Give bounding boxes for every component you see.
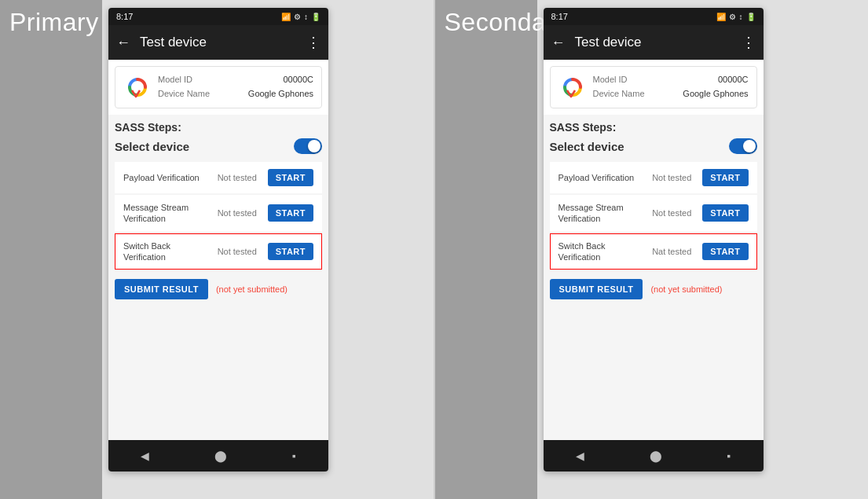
primary-step-payload-name: Payload Verification — [123, 172, 213, 183]
secondary-step-message-status: Not tested — [652, 208, 698, 218]
primary-step-payload-start[interactable]: START — [268, 169, 313, 186]
secondary-back-button[interactable]: ← — [551, 35, 566, 51]
secondary-devname-label: Device Name — [593, 87, 645, 101]
secondary-time: 8:17 — [551, 12, 568, 21]
primary-device-card: Model ID 00000C Device Name Google Gphon… — [115, 66, 322, 108]
secondary-content: SASS Steps: Select device Payload Verifi… — [544, 115, 764, 440]
signal-icon: ↕ — [304, 13, 308, 21]
secondary-steps-list: Payload Verification Not tested START Me… — [550, 162, 757, 270]
secondary-select-device-row: Select device — [550, 138, 757, 154]
secondary-device-logo — [559, 73, 587, 101]
primary-devname-row: Device Name Google Gphones — [158, 87, 313, 101]
secondary-step-payload-name: Payload Verification — [559, 172, 648, 183]
secondary-sass-label: SASS Steps: — [550, 121, 757, 134]
primary-toggle[interactable] — [294, 138, 322, 154]
primary-model-row: Model ID 00000C — [158, 73, 313, 87]
primary-step-payload: Payload Verification Not tested START — [115, 162, 322, 193]
primary-phone: 8:17 📶 ⚙ ↕ 🔋 ← Test device ⋮ — [108, 8, 328, 471]
primary-select-device-text: Select device — [115, 140, 189, 153]
secondary-step-message: Message StreamVerification Not tested ST… — [550, 195, 757, 232]
secondary-submit-button[interactable]: SUBMIT RESULT — [550, 279, 643, 299]
primary-sass-label: SASS Steps: — [115, 121, 322, 134]
secondary-step-message-name: Message StreamVerification — [559, 202, 648, 225]
primary-model-value: 00000C — [283, 73, 313, 87]
sec-signal-icon: ↕ — [739, 13, 743, 21]
primary-status-bar: 8:17 📶 ⚙ ↕ 🔋 — [108, 8, 328, 25]
primary-devname-label: Device Name — [158, 87, 210, 101]
secondary-submit-row: SUBMIT RESULT (not yet submitted) — [550, 279, 757, 299]
primary-select-device-row: Select device — [115, 138, 322, 154]
primary-back-button[interactable]: ← — [116, 35, 130, 51]
primary-nav-recent[interactable]: ▪ — [292, 449, 296, 462]
primary-step-message: Message StreamVerification Not tested ST… — [115, 195, 322, 232]
secondary-app-bar: ← Test device ⋮ — [544, 25, 764, 60]
secondary-panel: Secondary 8:17 📶 ⚙ ↕ 🔋 ← Test device ⋮ — [435, 0, 869, 499]
secondary-step-payload-start[interactable]: START — [702, 169, 748, 186]
primary-label: Primary — [0, 0, 102, 499]
sec-wifi-icon: 📶 — [716, 13, 726, 21]
secondary-model-value: 00000C — [718, 73, 749, 87]
primary-step-switchback: Switch Back Verification Not tested STAR… — [115, 233, 322, 270]
secondary-model-label: Model ID — [593, 73, 628, 87]
primary-not-submitted: (not yet submitted) — [216, 284, 288, 294]
primary-more-button[interactable]: ⋮ — [306, 34, 320, 51]
secondary-device-card: Model ID 00000C Device Name Google Gphon… — [550, 66, 757, 108]
secondary-nav-recent[interactable]: ▪ — [727, 449, 731, 462]
secondary-select-device-text: Select device — [550, 140, 624, 153]
secondary-not-submitted: (not yet submitted) — [650, 284, 722, 294]
secondary-label: Secondary — [435, 0, 537, 499]
secondary-more-button[interactable]: ⋮ — [742, 34, 756, 51]
primary-status-icons: 📶 ⚙ ↕ 🔋 — [281, 13, 320, 21]
primary-step-switchback-start[interactable]: START — [268, 243, 313, 260]
secondary-phone: 8:17 📶 ⚙ ↕ 🔋 ← Test device ⋮ — [544, 8, 764, 471]
primary-step-switchback-name: Switch Back Verification — [123, 240, 213, 263]
secondary-step-switchback-status: Nat tested — [652, 247, 698, 256]
secondary-device-info: Model ID 00000C Device Name Google Gphon… — [593, 73, 749, 101]
secondary-toggle[interactable] — [729, 138, 757, 154]
primary-step-message-name: Message StreamVerification — [123, 202, 213, 225]
secondary-step-switchback-start[interactable]: START — [702, 243, 748, 260]
primary-nav-bar: ◀ ⬤ ▪ — [108, 440, 328, 471]
primary-nav-back[interactable]: ◀ — [141, 449, 149, 462]
primary-step-message-start[interactable]: START — [268, 204, 313, 222]
primary-devname-value: Google Gphones — [248, 87, 313, 101]
primary-step-payload-status: Not tested — [218, 173, 263, 182]
battery-icon: 🔋 — [311, 13, 320, 21]
settings-icon: ⚙ — [294, 13, 301, 21]
primary-submit-button[interactable]: SUBMIT RESULT — [115, 279, 208, 299]
primary-time: 8:17 — [116, 12, 133, 21]
primary-app-bar: ← Test device ⋮ — [108, 25, 328, 60]
secondary-devname-value: Google Gphones — [683, 87, 748, 101]
secondary-status-icons: 📶 ⚙ ↕ 🔋 — [716, 13, 756, 21]
primary-device-logo — [123, 73, 152, 101]
secondary-app-title: Test device — [575, 35, 742, 50]
primary-steps-list: Payload Verification Not tested START Me… — [115, 162, 322, 270]
primary-step-switchback-status: Not tested — [218, 247, 263, 256]
primary-model-label: Model ID — [158, 73, 192, 87]
secondary-nav-bar: ◀ ⬤ ▪ — [544, 440, 764, 471]
primary-nav-home[interactable]: ⬤ — [214, 449, 227, 462]
secondary-step-payload-status: Not tested — [652, 173, 698, 182]
secondary-nav-back[interactable]: ◀ — [576, 449, 584, 462]
primary-step-message-status: Not tested — [218, 208, 263, 218]
secondary-model-row: Model ID 00000C — [593, 73, 749, 87]
sec-settings-icon: ⚙ — [729, 13, 736, 21]
primary-app-title: Test device — [140, 35, 306, 50]
secondary-step-switchback: Switch Back Verification Nat tested STAR… — [550, 233, 757, 270]
secondary-devname-row: Device Name Google Gphones — [593, 87, 749, 101]
primary-panel: Primary 8:17 📶 ⚙ ↕ 🔋 ← Test device ⋮ — [0, 0, 434, 499]
wifi-icon: 📶 — [281, 13, 291, 21]
secondary-nav-home[interactable]: ⬤ — [650, 449, 662, 462]
secondary-step-payload: Payload Verification Not tested START — [550, 162, 757, 193]
secondary-status-bar: 8:17 📶 ⚙ ↕ 🔋 — [544, 8, 764, 25]
primary-content: SASS Steps: Select device Payload Verifi… — [108, 115, 328, 440]
sec-battery-icon: 🔋 — [746, 13, 756, 21]
secondary-step-switchback-name: Switch Back Verification — [559, 240, 648, 263]
primary-device-info: Model ID 00000C Device Name Google Gphon… — [158, 73, 313, 101]
secondary-step-message-start[interactable]: START — [702, 204, 748, 222]
primary-submit-row: SUBMIT RESULT (not yet submitted) — [115, 279, 322, 299]
